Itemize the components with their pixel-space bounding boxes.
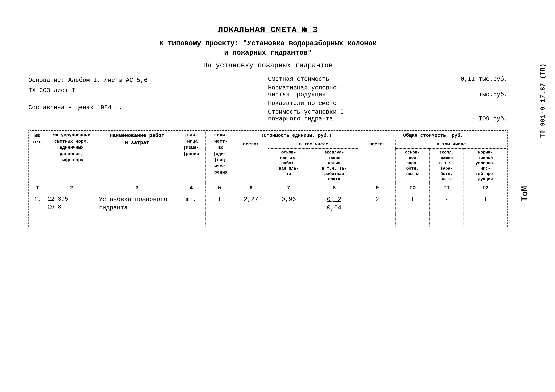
normative-line: Нормативная условно– чистая продукция ты… <box>268 84 508 98</box>
col11-header: экопл.машинв т.ч.зара-ботн.плата <box>430 149 464 183</box>
col12-header: норма-тивнойусловно-чис-той про-дукции <box>464 149 507 183</box>
num-4: 4 <box>177 183 205 193</box>
cost-label: Сметная стоимость <box>268 76 329 83</box>
info-right: Сметная стоимость – 0,II тыс.руб. Нормат… <box>268 76 508 124</box>
num-11: II <box>430 183 464 193</box>
col9-total-header: всего! <box>359 140 395 183</box>
info-section: Основание: Альбом I, листы АС 5,6 ТХ СОЗ… <box>29 76 508 124</box>
year-line: Составлена в ценах 1984 г. <box>29 103 244 112</box>
col3-header: Наименование работи затрат <box>97 131 177 183</box>
empty-1-11 <box>430 214 464 227</box>
empty-1-2 <box>46 214 97 227</box>
row1-machine-op-val2: 0,04 <box>327 204 341 211</box>
page: ТП 901-9-17.87 (ТП) ЛОКАЛЬНАЯ СМЕТА № 3 … <box>0 0 555 392</box>
indicators-line: Показатели по смете <box>268 100 508 107</box>
empty-1-5 <box>205 214 234 227</box>
row1-normative: I <box>464 193 507 214</box>
col6-total-header: всего! <box>234 140 268 183</box>
empty-1-1 <box>29 214 46 227</box>
row1-unit: шт. <box>177 193 205 214</box>
col6-main-header: !Стоимость единицы, руб.! <box>234 131 359 140</box>
num-6: 6 <box>234 183 268 193</box>
empty-1-7 <box>268 214 309 227</box>
num-7: 7 <box>268 183 309 193</box>
basis-line2: ТХ СОЗ лист I <box>29 86 244 95</box>
col1-header: №№п/п <box>29 131 46 183</box>
project-line2: и пожарных гидрантов" <box>29 49 508 57</box>
row1-name: Установка пожарного гидранта <box>97 193 177 214</box>
row1-num: 1. <box>29 193 46 214</box>
num-3: 3 <box>97 183 177 193</box>
empty-1-9 <box>359 214 395 227</box>
indicators-label: Показатели по смете <box>268 100 336 107</box>
row1-code-text: 22–395 <box>48 196 68 202</box>
num-10: IO <box>395 183 430 193</box>
num-2: 2 <box>46 183 97 193</box>
hydrant-label1: Стоимость установки I <box>268 109 508 115</box>
col2-header: №# укрупненныхсметных норм,единичныхрасц… <box>46 131 97 183</box>
col7-header: основ-ная за-работ-ная пла-та <box>268 149 309 183</box>
col7-8-header: в том числе <box>268 140 359 149</box>
empty-row-1 <box>29 214 507 227</box>
cost-value: – 0,II тыс.руб. <box>453 76 508 83</box>
normative-value: тыс.руб. <box>479 91 508 98</box>
header-row-1: №№п/п №# укрупненныхсметных норм,единичн… <box>29 131 507 140</box>
row1-machine-op-val: 0,I2 <box>327 196 341 203</box>
page-title: ЛОКАЛЬНАЯ СМЕТА № 3 <box>29 25 508 35</box>
row1-code: 22–395 26–3 <box>46 193 97 214</box>
hydrant-value: – IO9 руб. <box>471 115 508 122</box>
row1-basic-wage: 0,96 <box>268 193 309 214</box>
empty-1-3 <box>97 214 177 227</box>
empty-1-10 <box>395 214 430 227</box>
row1-total-machine: - <box>430 193 464 214</box>
normative-label2: чистая продукция <box>268 91 326 98</box>
col4-header: |Еди-|ница|изме-|рения <box>177 131 205 183</box>
empty-1-4 <box>177 214 205 227</box>
row1-code-text2: 26–3 <box>48 204 61 210</box>
normative-label1: Нормативная условно– <box>268 84 340 91</box>
tom-label: ToM <box>520 186 530 201</box>
info-left: Основание: Альбом I, листы АС 5,6 ТХ СОЗ… <box>29 76 244 124</box>
col10-header: основ-нойзара-ботн.платы <box>395 149 430 183</box>
basis-line1: Основание: Альбом I, листы АС 5,6 <box>29 76 244 85</box>
header-section: ЛОКАЛЬНАЯ СМЕТА № 3 К типовому проекту: … <box>29 25 508 69</box>
row1-total-wage: I <box>395 193 430 214</box>
scope-label: На установку пожарных гидрантов <box>29 62 508 69</box>
num-12: I2 <box>464 183 507 193</box>
row1-qty: I <box>205 193 234 214</box>
side-text: ТП 901-9-17.87 (ТП) <box>539 63 547 138</box>
hydrant-label2: пожарного гидранта <box>268 115 333 122</box>
col9-main-header: Общая стоимость, руб. <box>359 131 507 140</box>
col-numbers-row: I 2 3 4 5 6 7 8 9 IO II I2 <box>29 183 507 193</box>
row1-total-unit: 2,27 <box>234 193 268 214</box>
num-1: I <box>29 183 46 193</box>
project-line1: К типовому проекту: "Установка водоразбо… <box>29 39 508 47</box>
num-9: 9 <box>359 183 395 193</box>
num-8: 8 <box>309 183 359 193</box>
empty-1-8 <box>309 214 359 227</box>
empty-1-6 <box>234 214 268 227</box>
col8-header: эксплуа-тациямашинв т.ч. за-работнаяплат… <box>309 149 359 183</box>
row1-total-all: 2 <box>359 193 395 214</box>
table-row: 1. 22–395 26–3 Установка пожарного гидра… <box>29 193 507 214</box>
row1-machine-op: 0,I2 0,04 <box>309 193 359 214</box>
hydrant-cost-line: Стоимость установки I пожарного гидранта… <box>268 109 508 122</box>
num-5: 5 <box>205 183 234 193</box>
col10-12-header: в том числе <box>395 140 507 149</box>
empty-1-12 <box>464 214 507 227</box>
main-table: №№п/п №# укрупненныхсметных норм,единичн… <box>29 131 507 227</box>
cost-line: Сметная стоимость – 0,II тыс.руб. <box>268 76 508 83</box>
col5-header: |Коли-|чест-|во|еди-|ниц|изме-|рения <box>205 131 234 183</box>
main-table-container: №№п/п №# укрупненныхсметных норм,единичн… <box>29 130 508 227</box>
